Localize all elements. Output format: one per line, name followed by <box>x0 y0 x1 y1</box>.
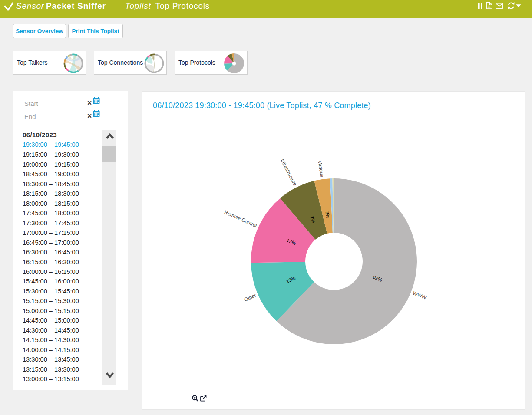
svg-text:3%: 3% <box>324 211 330 219</box>
svg-text:WWW: WWW <box>412 290 427 300</box>
svg-text:Remote Control: Remote Control <box>224 209 258 228</box>
svg-text:Various: Various <box>317 160 324 178</box>
svg-text:Other: Other <box>243 293 257 303</box>
svg-text:Infrastructure: Infrastructure <box>280 158 298 187</box>
